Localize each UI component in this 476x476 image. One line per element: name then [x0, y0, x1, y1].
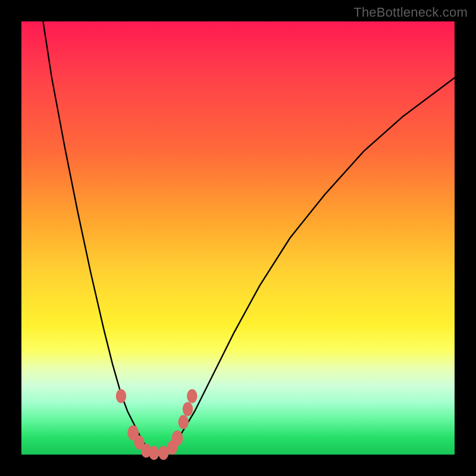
data-marker	[172, 431, 183, 446]
watermark-text: TheBottleneck.com	[353, 5, 468, 20]
data-marker	[116, 389, 126, 403]
curve-right-arm	[164, 78, 455, 455]
plot-area	[21, 21, 455, 455]
curve-left-arm	[43, 21, 154, 455]
data-marker	[178, 415, 189, 430]
data-marker	[187, 389, 197, 403]
data-marker	[149, 446, 159, 460]
chart-frame: TheBottleneck.com	[0, 0, 476, 476]
bottleneck-curve	[21, 21, 455, 455]
data-marker	[183, 402, 193, 416]
